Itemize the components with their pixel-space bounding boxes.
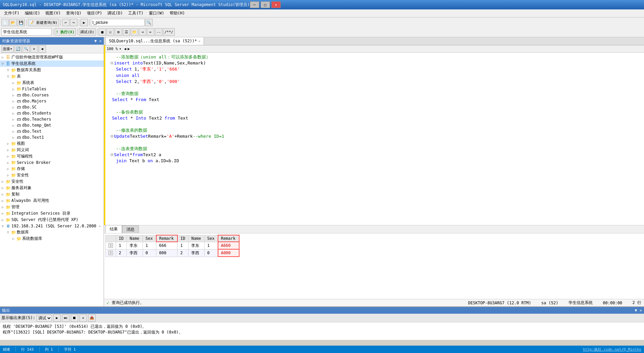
parse-btn[interactable]: ☑ xyxy=(107,28,114,36)
output-skip-btn[interactable]: ⏭ xyxy=(62,314,69,322)
tree-item-server-objects[interactable]: ▷ 📁 服务器对象 xyxy=(0,185,104,191)
tree-expand-remote-server[interactable]: ▽ xyxy=(0,223,5,229)
tree-expand-integration[interactable]: ▷ xyxy=(0,211,5,216)
tree-expand-courses[interactable]: ▷ xyxy=(11,92,16,98)
tree-item-systables[interactable]: ▷ 📁 系统表 xyxy=(0,80,104,86)
scroll-left-btn[interactable]: ◀ xyxy=(124,47,126,51)
menu-file[interactable]: 文件(F) xyxy=(1,10,22,17)
tree-item-remote-server[interactable]: ▽ 🖥 192.168.3.241 (SQL Server 12.0.2000 … xyxy=(0,223,104,229)
menu-window[interactable]: 窗口(W) xyxy=(146,10,167,17)
zoom-dropdown-icon[interactable]: ▾ xyxy=(119,47,121,51)
uncomment-btn[interactable]: /**/ xyxy=(163,28,175,36)
table-input[interactable] xyxy=(91,19,145,26)
tree-expand-studentdb[interactable]: ▽ xyxy=(0,61,5,67)
code-editor[interactable]: 100 % ▾ ◀ ▶ --添加数据（union all：可以添加多条数据） ⊟… xyxy=(104,45,644,225)
tree-expand-management[interactable]: ▷ xyxy=(0,205,5,210)
stop-refresh-btn[interactable]: ✕ xyxy=(31,45,38,53)
new-query-btn2[interactable]: 📝 新建查询(N) xyxy=(28,19,59,26)
tree-item-text1[interactable]: ▷ 🗃 dbo.Text1 xyxy=(0,134,104,140)
tree-item-service-broker[interactable]: ▷ 📁 Service Broker xyxy=(0,160,104,166)
tree-item-studentdb[interactable]: ▽ 🗄 学生信息系统 xyxy=(0,60,104,67)
maximize-button[interactable]: □ xyxy=(261,1,270,8)
connect-btn[interactable]: 连接▾ xyxy=(1,45,14,53)
code-area[interactable]: --添加数据（union all：可以添加多条数据） ⊟ insert into… xyxy=(104,53,644,225)
tree-item-views[interactable]: ▷ 📁 视图 xyxy=(0,140,104,147)
tree-item-temp-qmt[interactable]: ▷ 🗃 dbo.temp_Qmt xyxy=(0,122,104,128)
minimize-button[interactable]: ─ xyxy=(250,1,259,8)
comment-btn[interactable]: -- xyxy=(155,28,162,36)
tree-item-teachers[interactable]: ▷ 🗃 dbo.Teachers xyxy=(0,116,104,122)
menu-edit[interactable]: 编辑(E) xyxy=(22,10,43,17)
tree-item-integration[interactable]: ▷ 📁 Integration Services 目录 xyxy=(0,210,104,217)
tree-expand-system-db[interactable]: ▷ xyxy=(11,236,16,241)
tree-expand-systables[interactable]: ▷ xyxy=(11,80,16,86)
tree-item-synonyms[interactable]: ▷ 📁 同义词 xyxy=(0,147,104,153)
tree-expand-views[interactable]: ▷ xyxy=(5,141,11,146)
redo-btn[interactable]: ↪ xyxy=(70,19,77,26)
tree-expand-replication[interactable]: ▷ xyxy=(0,192,5,197)
output-play-btn[interactable]: ▶ xyxy=(53,314,61,322)
output-clear-btn[interactable]: ✕ xyxy=(79,314,87,322)
tree-expand-synonyms[interactable]: ▷ xyxy=(5,147,11,153)
tree-item-security-sub[interactable]: ▷ 📁 安全性 xyxy=(0,172,104,178)
tree-expand-text1[interactable]: ▷ xyxy=(11,135,16,140)
tree-expand-alwayson[interactable]: ▷ xyxy=(0,198,5,204)
tree-expand-temp-qmt[interactable]: ▷ xyxy=(11,123,16,128)
tree-expand-server-objects[interactable]: ▷ xyxy=(0,185,5,191)
menu-project[interactable]: 项目(P) xyxy=(84,10,105,17)
tree-expand-service-broker[interactable]: ▷ xyxy=(5,160,11,165)
tab-results[interactable]: 结果 xyxy=(105,225,122,233)
tree-item-security[interactable]: ▷ 📁 安全性 xyxy=(0,178,104,185)
tree-item-filetables[interactable]: ▷ 📁 FileTables xyxy=(0,86,104,92)
tree-expand-teachers[interactable]: ▷ xyxy=(11,117,16,122)
db-selector[interactable] xyxy=(1,28,52,36)
tree-item-gxsoft[interactable]: ▷ 🗄 广信软件物流管理系统WPF版 xyxy=(0,54,104,60)
tab-sqlquery10[interactable]: SQLQuery10.sql...生信息系统 (sa (52))* ✕ xyxy=(105,37,204,45)
tree-expand-dbdiagram[interactable]: ▽ xyxy=(5,68,11,73)
menu-tools[interactable]: 工具(T) xyxy=(125,10,146,17)
menu-query[interactable]: 查询(Q) xyxy=(63,10,84,17)
tree-expand-sql-agent[interactable]: ▷ xyxy=(0,217,5,223)
tree-expand-programmability[interactable]: ▷ xyxy=(5,154,11,159)
open-btn[interactable]: 📂 xyxy=(9,19,17,26)
tree-expand-security-sub[interactable]: ▷ xyxy=(5,173,11,178)
tree-item-text[interactable]: ▷ 🗃 dbo.Text xyxy=(0,128,104,134)
tree-item-programmability[interactable]: ▷ 📁 可编程性 xyxy=(0,153,104,160)
tree-expand-storage[interactable]: ▷ xyxy=(5,166,11,172)
filter-btn[interactable]: 🔍 xyxy=(22,45,30,53)
tree-expand-gxsoft[interactable]: ▷ xyxy=(0,55,5,60)
tree-expand-tables[interactable]: ▽ xyxy=(5,74,11,79)
menu-view[interactable]: 视图(V) xyxy=(43,10,63,17)
tree-item-system-db[interactable]: ▷ 📁 系统数据库 xyxy=(0,235,104,242)
tree-expand-sc[interactable]: ▷ xyxy=(11,104,16,110)
indent-btn[interactable]: ⇥ xyxy=(139,28,146,36)
output-stop-btn[interactable]: ⏹ xyxy=(71,314,78,322)
tree-expand-databases[interactable]: ▽ xyxy=(5,230,11,235)
menu-debug[interactable]: 调试(D) xyxy=(105,10,125,17)
results-to-file-btn[interactable]: 📁 xyxy=(131,28,138,36)
tree-item-tables[interactable]: ▽ 📁 表 xyxy=(0,73,104,80)
tab-messages[interactable]: 消息 xyxy=(122,225,139,233)
stop-btn[interactable]: ■ xyxy=(99,28,106,36)
close-button[interactable]: ✕ xyxy=(271,1,281,8)
debug-btn[interactable]: 调试(D) xyxy=(79,28,96,36)
tree-expand-security[interactable]: ▷ xyxy=(0,179,5,184)
tree-expand-majors[interactable]: ▷ xyxy=(11,98,16,104)
tree-item-databases[interactable]: ▽ 📁 数据库 xyxy=(0,229,104,235)
tree-expand-text[interactable]: ▷ xyxy=(11,129,16,134)
undo-btn[interactable]: ↩ xyxy=(62,19,69,26)
output-open-btn[interactable]: 📤 xyxy=(88,314,96,322)
tree-item-sql-agent[interactable]: ▷ 📁 SQL Server 代理(已禁用代理 XP) xyxy=(0,217,104,223)
tree-item-replication[interactable]: ▷ 📁 复制 xyxy=(0,191,104,197)
new-query-btn[interactable]: 📄 xyxy=(1,19,9,26)
tree-item-courses[interactable]: ▷ 🗃 dbo.Courses xyxy=(0,92,104,98)
execute-btn[interactable]: ! 执行(X) xyxy=(55,28,76,36)
tree-item-sc[interactable]: ▷ 🗃 dbo.SC xyxy=(0,104,104,110)
tab-close-sqlquery10[interactable]: ✕ xyxy=(198,39,200,43)
save-btn[interactable]: 💾 xyxy=(17,19,25,26)
collapse-btn[interactable]: ◀ xyxy=(39,45,46,53)
output-source-selector[interactable]: 调试 xyxy=(37,315,52,321)
results-to-text-btn[interactable]: ☰ xyxy=(123,28,130,36)
scroll-right-btn[interactable]: ▶ xyxy=(127,47,130,51)
outdent-btn[interactable]: ⇤ xyxy=(147,28,154,36)
